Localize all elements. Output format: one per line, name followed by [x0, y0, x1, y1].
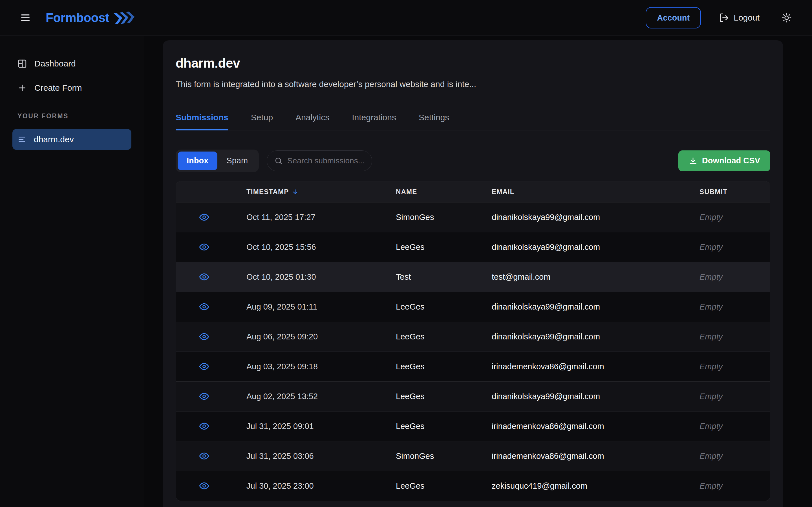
form-lines-icon	[17, 135, 27, 144]
logout-button[interactable]: Logout	[719, 13, 760, 23]
main-area: dharm.dev This form is integrated into a…	[144, 36, 812, 507]
cell-submit: Empty	[700, 421, 770, 431]
eye-icon	[199, 420, 210, 432]
tab-bar: Submissions Setup Analytics Integrations…	[175, 113, 770, 130]
cell-timestamp: Aug 02, 2025 13:52	[246, 392, 396, 401]
download-csv-label: Download CSV	[702, 156, 760, 165]
sort-desc-icon	[292, 188, 299, 195]
eye-icon	[199, 271, 210, 283]
cell-name: LeeGes	[396, 302, 492, 312]
plus-icon	[17, 83, 27, 93]
view-submission-button[interactable]	[176, 271, 246, 283]
cell-name: LeeGes	[396, 332, 492, 341]
table-row: Jul 31, 2025 03:06SimonGesirinademenkova…	[176, 441, 770, 471]
download-icon	[689, 156, 698, 165]
tab-submissions[interactable]: Submissions	[175, 113, 229, 130]
dashboard-icon	[17, 59, 27, 68]
sidebar-form-label: dharm.dev	[34, 135, 74, 144]
view-submission-button[interactable]	[176, 480, 246, 492]
view-submission-button[interactable]	[176, 331, 246, 342]
eye-icon	[199, 241, 210, 252]
sidebar-item-label: Dashboard	[35, 59, 76, 68]
cell-timestamp: Jul 30, 2025 23:00	[246, 482, 396, 491]
cell-timestamp: Oct 10, 2025 01:30	[246, 272, 396, 282]
view-submission-button[interactable]	[176, 301, 246, 313]
table-row: Oct 10, 2025 01:30Testtest@gmail.comEmpt…	[176, 262, 770, 292]
inbox-spam-toggle: Inbox Spam	[175, 150, 259, 172]
submissions-toolbar: Inbox Spam Download CSV	[175, 150, 770, 172]
cell-email: zekisuquc419@gmail.com	[492, 482, 700, 491]
cell-submit: Empty	[700, 392, 770, 401]
cell-name: LeeGes	[396, 242, 492, 252]
eye-icon	[199, 361, 210, 372]
cell-submit: Empty	[700, 213, 770, 222]
brand-name: Formboost	[46, 11, 109, 25]
view-submission-button[interactable]	[176, 212, 246, 223]
search-input[interactable]	[287, 156, 364, 165]
tab-settings[interactable]: Settings	[419, 113, 449, 130]
sidebar: Dashboard Create Form YOUR FORMS dharm.d…	[0, 36, 144, 507]
your-forms-label: YOUR FORMS	[12, 112, 132, 120]
cell-email: irinademenkova86@gmail.com	[492, 421, 700, 431]
eye-icon	[199, 301, 210, 313]
tab-analytics[interactable]: Analytics	[296, 113, 329, 130]
logout-icon	[719, 13, 729, 23]
eye-icon	[199, 391, 210, 402]
cell-submit: Empty	[700, 482, 770, 491]
cell-timestamp: Aug 06, 2025 09:20	[246, 332, 396, 341]
view-submission-button[interactable]	[176, 391, 246, 402]
cell-timestamp: Oct 10, 2025 15:56	[246, 242, 396, 252]
sun-icon	[781, 13, 792, 23]
brand[interactable]: Formboost	[46, 11, 136, 25]
table-row: Jul 30, 2025 23:00LeeGeszekisuquc419@gma…	[176, 471, 770, 501]
table-body: Oct 11, 2025 17:27SimonGesdinanikolskaya…	[176, 202, 770, 501]
eye-icon	[199, 331, 210, 342]
cell-name: LeeGes	[396, 482, 492, 491]
column-timestamp[interactable]: TIMESTAMP	[246, 188, 396, 196]
search-box[interactable]	[267, 151, 372, 171]
search-icon	[274, 157, 283, 165]
view-submission-button[interactable]	[176, 420, 246, 432]
table-row: Aug 06, 2025 09:20LeeGesdinanikolskaya99…	[176, 322, 770, 351]
tab-setup[interactable]: Setup	[251, 113, 273, 130]
table-header: TIMESTAMP NAME EMAIL SUBMIT	[176, 181, 770, 202]
cell-submit: Empty	[700, 242, 770, 252]
logout-label: Logout	[733, 13, 760, 22]
sidebar-form-dharm-dev[interactable]: dharm.dev	[12, 129, 132, 150]
column-name: NAME	[396, 188, 492, 196]
theme-toggle-button[interactable]	[777, 9, 796, 27]
table-row: Oct 11, 2025 17:27SimonGesdinanikolskaya…	[176, 202, 770, 232]
column-submit: SUBMIT	[700, 188, 770, 196]
eye-icon	[199, 480, 210, 492]
cell-email: irinademenkova86@gmail.com	[492, 452, 700, 461]
form-detail-card: dharm.dev This form is integrated into a…	[163, 40, 783, 507]
cell-name: SimonGes	[396, 213, 492, 222]
cell-name: LeeGes	[396, 362, 492, 371]
cell-name: Test	[396, 272, 492, 282]
table-row: Aug 09, 2025 01:11LeeGesdinanikolskaya99…	[176, 292, 770, 322]
filter-spam-button[interactable]: Spam	[217, 152, 257, 170]
hamburger-icon	[20, 12, 31, 23]
cell-email: dinanikolskaya99@gmail.com	[492, 302, 700, 312]
table-row: Aug 02, 2025 13:52LeeGesdinanikolskaya99…	[176, 381, 770, 411]
download-csv-button[interactable]: Download CSV	[678, 151, 770, 171]
sidebar-item-create-form[interactable]: Create Form	[12, 77, 132, 99]
filter-inbox-button[interactable]: Inbox	[177, 152, 217, 170]
sidebar-item-label: Create Form	[35, 83, 82, 93]
page-title: dharm.dev	[175, 56, 770, 70]
view-submission-button[interactable]	[176, 361, 246, 372]
cell-timestamp: Aug 09, 2025 01:11	[246, 302, 396, 312]
sidebar-item-dashboard[interactable]: Dashboard	[12, 53, 132, 75]
table-row: Oct 10, 2025 15:56LeeGesdinanikolskaya99…	[176, 232, 770, 262]
account-button[interactable]: Account	[646, 7, 701, 29]
menu-button[interactable]	[16, 9, 35, 27]
formboost-logo-icon	[113, 11, 136, 24]
table-row: Aug 03, 2025 09:18LeeGesirinademenkova86…	[176, 351, 770, 381]
view-submission-button[interactable]	[176, 450, 246, 462]
tab-integrations[interactable]: Integrations	[352, 113, 396, 130]
cell-email: irinademenkova86@gmail.com	[492, 362, 700, 371]
submissions-table: TIMESTAMP NAME EMAIL SUBMIT Oct 11, 2025…	[175, 181, 770, 501]
view-submission-button[interactable]	[176, 241, 246, 252]
cell-email: dinanikolskaya99@gmail.com	[492, 242, 700, 252]
cell-submit: Empty	[700, 362, 770, 371]
